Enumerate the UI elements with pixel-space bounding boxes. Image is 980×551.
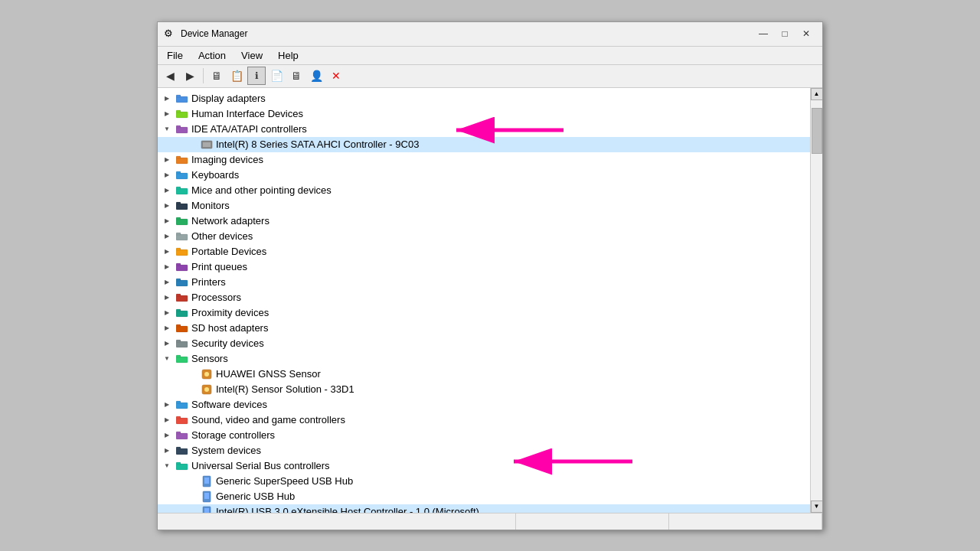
item-label: HUAWEI GNSS Sensor	[216, 368, 321, 380]
scroll-track[interactable]	[811, 100, 822, 500]
folder-icon	[176, 276, 188, 289]
expand-arrow[interactable]: ▶	[161, 337, 173, 350]
tree-item-display-adapters[interactable]: ▶ Display adapters	[158, 91, 810, 106]
expand-arrow[interactable]: ▶	[161, 292, 173, 304]
tree-item-imaging-devices[interactable]: ▶ Imaging devices	[158, 152, 810, 168]
tree-item-security-devices[interactable]: ▶ Security devices	[158, 336, 810, 351]
expand-arrow[interactable]: ▶	[161, 108, 173, 120]
toolbar-forward[interactable]: ▶	[181, 67, 199, 85]
toolbar-user[interactable]: 👤	[307, 67, 325, 85]
tree-item-generic-superspeed-usb[interactable]: Generic SuperSpeed USB Hub	[158, 474, 810, 489]
tree-item-network-adapters[interactable]: ▶ Network adapters	[158, 214, 810, 229]
tree-item-system-devices[interactable]: ▶ System devices	[158, 443, 810, 458]
menu-view[interactable]: View	[235, 48, 269, 63]
toolbar-delete[interactable]: ✕	[327, 67, 345, 85]
close-button[interactable]: ✕	[796, 26, 816, 41]
expand-arrow[interactable]: ▶	[161, 261, 173, 273]
folder-icon	[176, 215, 188, 227]
expand-arrow[interactable]: ▼	[161, 123, 173, 135]
tree-item-keyboards[interactable]: ▶ Keyboards	[158, 168, 810, 183]
menu-action[interactable]: Action	[192, 48, 232, 63]
item-label: Intel(R) 8 Series SATA AHCI Controller -…	[216, 139, 419, 150]
tree-item-usb-controllers[interactable]: ▼ Universal Serial Bus controllers	[158, 458, 810, 474]
tree-item-generic-usb-hub[interactable]: Generic USB Hub	[158, 489, 810, 504]
status-segment-3	[669, 514, 822, 530]
menu-help[interactable]: Help	[272, 48, 305, 63]
tree-item-sensors[interactable]: ▼ Sensors	[158, 351, 810, 367]
minimize-button[interactable]: —	[753, 26, 773, 41]
expand-arrow[interactable]: ▶	[161, 184, 173, 197]
item-label: Generic USB Hub	[216, 491, 295, 502]
window-controls: — □ ✕	[753, 26, 816, 41]
toolbar-monitor[interactable]: 🖥	[287, 67, 305, 85]
maximize-button[interactable]: □	[775, 26, 795, 41]
expand-arrow[interactable]: ▶	[161, 399, 173, 411]
folder-icon	[176, 246, 188, 258]
svg-rect-15	[176, 202, 181, 204]
item-label: Proximity devices	[191, 307, 269, 318]
tree-item-intel-sensor[interactable]: Intel(R) Sensor Solution - 33D1	[158, 382, 810, 397]
scroll-thumb[interactable]	[812, 108, 822, 154]
expand-arrow[interactable]: ▶	[161, 169, 173, 181]
tree-item-ide-atapi-controllers[interactable]: ▼ IDE ATA/ATAPI controllers	[158, 122, 810, 137]
vertical-scrollbar[interactable]: ▲ ▼	[810, 88, 822, 513]
expand-arrow[interactable]: ▶	[161, 414, 173, 426]
tree-item-storage-controllers[interactable]: ▶ Storage controllers	[158, 428, 810, 443]
folder-icon	[176, 307, 188, 319]
tree-item-sd-host-adapters[interactable]: ▶ SD host adapters	[158, 321, 810, 336]
tree-item-intel-sata[interactable]: Intel(R) 8 Series SATA AHCI Controller -…	[158, 137, 810, 152]
expand-arrow[interactable]: ▶	[161, 200, 173, 212]
svg-rect-3	[176, 110, 181, 112]
tree-item-mice-pointing[interactable]: ▶ Mice and other pointing devices	[158, 183, 810, 198]
svg-rect-25	[176, 279, 181, 281]
expand-arrow[interactable]: ▶	[161, 230, 173, 243]
tree-item-monitors[interactable]: ▶ Monitors	[158, 198, 810, 214]
tree-item-other-devices[interactable]: ▶ Other devices	[158, 229, 810, 244]
tree-item-huawei-gnss[interactable]: HUAWEI GNSS Sensor	[158, 367, 810, 382]
toolbar-doc[interactable]: 📄	[267, 67, 286, 85]
expand-arrow[interactable]: ▼	[161, 353, 173, 365]
device-icon	[201, 139, 213, 151]
expand-arrow[interactable]: ▶	[161, 93, 173, 105]
menu-bar: File Action View Help	[158, 47, 822, 65]
folder-icon	[176, 292, 188, 304]
item-label: Universal Serial Bus controllers	[191, 460, 330, 471]
title-bar: ⚙ Device Manager — □ ✕	[158, 22, 822, 47]
folder-icon	[176, 184, 188, 197]
item-label: Software devices	[191, 399, 267, 410]
tree-item-printers[interactable]: ▶ Printers	[158, 275, 810, 290]
expand-arrow[interactable]: ▶	[161, 154, 173, 166]
expand-arrow[interactable]: ▶	[161, 445, 173, 457]
tree-item-print-queues[interactable]: ▶ Print queues	[158, 259, 810, 275]
tree-container: ▶ Display adapters▶ Human Interface Devi…	[158, 88, 810, 513]
folder-icon	[176, 429, 188, 442]
item-label: Intel(R) USB 3.0 eXtensible Host Control…	[216, 506, 479, 513]
toolbar-computer[interactable]: 🖥	[207, 67, 226, 85]
expand-arrow[interactable]: ▼	[161, 460, 173, 472]
menu-file[interactable]: File	[161, 48, 189, 63]
tree-item-human-interface-devices[interactable]: ▶ Human Interface Devices	[158, 106, 810, 122]
scroll-up-button[interactable]: ▲	[811, 88, 823, 100]
tree-item-sound-video[interactable]: ▶ Sound, video and game controllers	[158, 412, 810, 428]
expand-arrow[interactable]: ▶	[161, 215, 173, 227]
item-label: Processors	[191, 292, 241, 303]
expand-arrow[interactable]: ▶	[161, 322, 173, 334]
item-label: Portable Devices	[191, 246, 266, 257]
toolbar-back[interactable]: ◀	[161, 67, 179, 85]
tree-item-software-devices[interactable]: ▶ Software devices	[158, 397, 810, 412]
toolbar-info[interactable]: ℹ	[247, 67, 266, 85]
expand-arrow[interactable]: ▶	[161, 429, 173, 442]
item-label: Other devices	[191, 230, 253, 242]
expand-arrow[interactable]: ▶	[161, 307, 173, 319]
tree-item-intel-usb3[interactable]: Intel(R) USB 3.0 eXtensible Host Control…	[158, 504, 810, 513]
svg-rect-29	[176, 309, 181, 311]
item-label: Sound, video and game controllers	[191, 414, 345, 425]
toolbar-clipboard[interactable]: 📋	[227, 67, 246, 85]
expand-arrow[interactable]: ▶	[161, 246, 173, 258]
expand-arrow[interactable]: ▶	[161, 276, 173, 289]
tree-view[interactable]: ▶ Display adapters▶ Human Interface Devi…	[158, 88, 810, 513]
tree-item-proximity-devices[interactable]: ▶ Proximity devices	[158, 305, 810, 321]
scroll-down-button[interactable]: ▼	[811, 500, 823, 513]
tree-item-portable-devices[interactable]: ▶ Portable Devices	[158, 244, 810, 259]
tree-item-processors[interactable]: ▶ Processors	[158, 290, 810, 305]
